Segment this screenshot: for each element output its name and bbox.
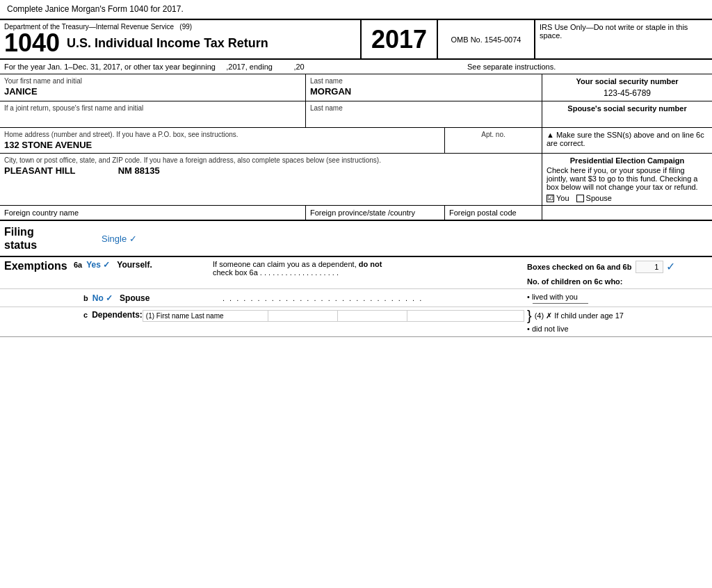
lived-with-you: • lived with you [527, 292, 708, 302]
city-field: City, town or post office, state, and ZI… [0, 154, 542, 205]
no-children-label: No. of children on 6c who: [527, 277, 708, 286]
spouse-first-name-field: If a joint return, spouse's first name a… [0, 101, 306, 127]
did-not-live: • did not live [527, 324, 708, 334]
boxes-value: 1 [636, 261, 663, 273]
line-6c-label: c [83, 311, 88, 319]
age-17-note: (4) ✗ If child under age 17 [535, 311, 624, 320]
foreign-postal-field: Foreign postal code [445, 206, 542, 220]
instruction: Complete Janice Morgan's Form 1040 for 2… [0, 0, 712, 19]
presidential-right-space [542, 206, 712, 220]
you-checkbox[interactable]: ☑ You [547, 194, 569, 202]
filing-status-label: Filingstatus [4, 225, 60, 252]
dep-col2 [268, 311, 338, 321]
foreign-province-field: Foreign province/state /country [306, 206, 445, 220]
you-label: You [556, 194, 569, 202]
line-6b-label: b [83, 294, 88, 302]
form-title: U.S. Individual Income Tax Return [67, 36, 268, 51]
apt-field: Apt. no. [445, 128, 542, 153]
irs-use: IRS Use Only—Do not write or staple in t… [535, 20, 712, 58]
yourself-label: Yourself. [117, 260, 152, 270]
omb-number: OMB No. 1545-0074 [438, 20, 535, 58]
spouse-last-name-field: Last name [306, 101, 542, 127]
ssn-note: ▲ Make sure the SSN(s) above and on line… [542, 128, 712, 153]
last-name-field: Last name MORGAN [306, 74, 542, 101]
yes-checkbox[interactable]: Yes ✓ [86, 260, 110, 270]
line-6a-label: 6a [74, 261, 82, 269]
ssn-field: Your social security number 123-45-6789 [542, 74, 712, 101]
first-name-field: Your first name and initial JANICE [0, 74, 306, 101]
claim-text: If someone can claim you as a dependent,… [213, 260, 527, 277]
spouse-ssn-field: Spouse's social security number [542, 101, 712, 127]
exemptions-label: Exemptions [4, 260, 74, 272]
filing-status-section: Filingstatus Single ✓ [0, 221, 712, 257]
dep-col3 [338, 311, 407, 321]
spouse-checkbox[interactable]: Spouse [576, 194, 612, 202]
form-number: 1040 [4, 31, 60, 56]
tax-year: 2017 [362, 20, 438, 58]
filing-status-value: Single ✓ [102, 234, 137, 244]
spouse-label: Spouse [586, 194, 612, 202]
no-checkbox[interactable]: No ✓ [92, 293, 113, 303]
tax-year-text: For the year Jan. 1–Dec. 31, 2017, or ot… [4, 63, 463, 71]
instructions-link: See separate instructions. [463, 63, 708, 71]
presidential-election: Presidential Election Campaign Check her… [542, 154, 712, 205]
boxes-checked-label: Boxes checked on 6a and 6b [527, 263, 631, 271]
line-6b-dots: . . . . . . . . . . . . . . . . . . . . … [222, 294, 527, 302]
dependents-label: Dependents: [92, 310, 143, 320]
spouse-exemption-label: Spouse [120, 293, 149, 303]
foreign-country-field: Foreign country name [0, 206, 306, 220]
address-field: Home address (number and street). If you… [0, 128, 445, 153]
dep-col1: (1) First name Last name [143, 311, 268, 321]
